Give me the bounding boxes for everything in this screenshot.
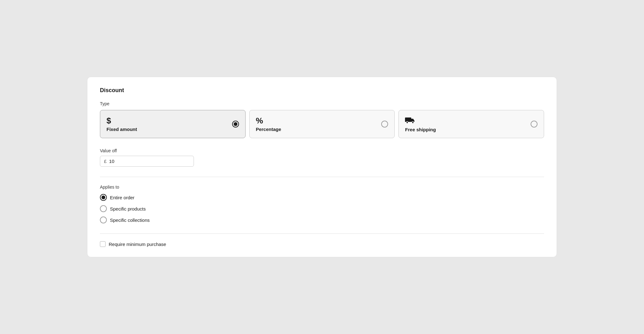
applies-to-label: Applies to: [100, 185, 544, 190]
type-option-fixed-left: $ Fixed amount: [106, 117, 137, 132]
specific-products-label: Specific products: [110, 206, 146, 211]
applies-specific-collections[interactable]: Specific collections: [100, 217, 544, 223]
value-off-label: Value off: [100, 148, 544, 153]
type-section-label: Type: [100, 101, 544, 106]
percentage-label: Percentage: [256, 127, 281, 132]
applies-specific-products[interactable]: Specific products: [100, 205, 544, 212]
entire-order-radio-inner: [101, 196, 105, 199]
truck-icon: [405, 116, 436, 125]
type-option-percentage[interactable]: % Percentage: [249, 110, 395, 138]
entire-order-radio[interactable]: [100, 194, 107, 201]
type-option-free-shipping-left: Free shipping: [405, 116, 436, 132]
value-input[interactable]: [109, 159, 190, 164]
specific-collections-label: Specific collections: [110, 217, 150, 223]
value-input-wrapper: £: [100, 156, 194, 167]
applies-entire-order[interactable]: Entire order: [100, 194, 544, 201]
type-options-group: $ Fixed amount % Percentage: [100, 110, 544, 138]
percentage-radio[interactable]: [381, 121, 388, 128]
value-section: Value off £: [100, 148, 544, 167]
minimum-purchase-label: Require minimum purchase: [109, 242, 166, 247]
svg-point-1: [406, 122, 408, 123]
minimum-purchase-option[interactable]: Require minimum purchase: [100, 241, 544, 247]
divider-2: [100, 233, 544, 234]
type-option-percentage-left: % Percentage: [256, 117, 281, 132]
fixed-radio-inner: [234, 122, 237, 126]
free-shipping-radio[interactable]: [531, 121, 538, 128]
discount-card: Discount Type $ Fixed amount % Percentag…: [87, 77, 557, 257]
applies-section: Applies to Entire order Specific product…: [100, 185, 544, 223]
type-option-free-shipping[interactable]: Free shipping: [398, 110, 544, 138]
svg-point-2: [412, 122, 414, 123]
divider-1: [100, 177, 544, 177]
entire-order-label: Entire order: [110, 195, 134, 200]
free-shipping-label: Free shipping: [405, 127, 436, 132]
minimum-purchase-checkbox[interactable]: [100, 241, 106, 247]
fixed-amount-label: Fixed amount: [106, 127, 137, 132]
type-option-fixed[interactable]: $ Fixed amount: [100, 110, 246, 138]
dollar-icon: $: [106, 117, 137, 125]
svg-rect-0: [405, 117, 411, 122]
specific-collections-radio[interactable]: [100, 217, 107, 223]
percent-icon: %: [256, 117, 281, 125]
fixed-radio[interactable]: [232, 121, 239, 128]
card-title: Discount: [100, 87, 544, 94]
currency-symbol: £: [104, 159, 106, 164]
specific-products-radio[interactable]: [100, 205, 107, 212]
